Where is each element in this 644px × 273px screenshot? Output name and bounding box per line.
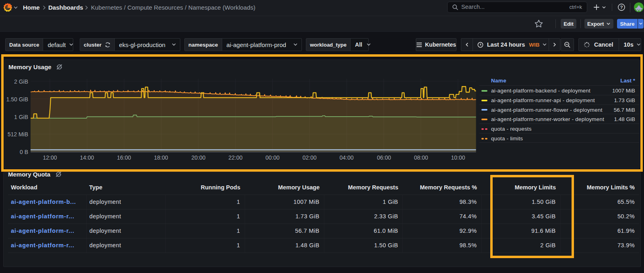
- svg-text:?: ?: [620, 5, 623, 10]
